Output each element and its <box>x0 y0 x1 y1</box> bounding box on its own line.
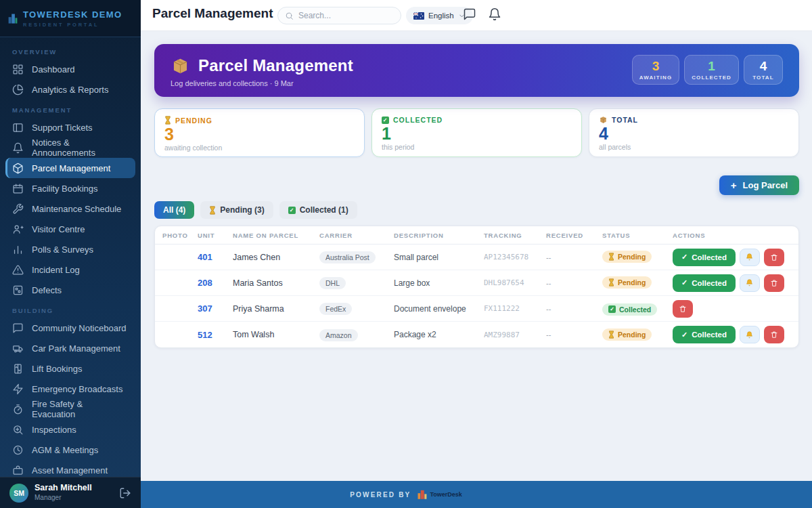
log-parcel-button[interactable]: Log Parcel <box>719 175 799 195</box>
plus-icon <box>731 179 737 191</box>
logout-icon[interactable] <box>119 487 131 499</box>
unit-link[interactable]: 208 <box>198 278 233 288</box>
sidebar-item-polls-surveys[interactable]: Polls & Surveys <box>5 239 135 259</box>
column-header-status: STATUS <box>602 232 673 239</box>
analytics-icon <box>12 83 24 96</box>
stat-value: 1 <box>382 125 572 143</box>
collected-chip-label: COLLECTED <box>692 75 731 81</box>
hourglass-icon <box>608 253 614 261</box>
mark-collected-button[interactable]: Collected <box>673 326 736 343</box>
sidebar-item-dashboard[interactable]: Dashboard <box>5 59 135 79</box>
status-badge: Pending <box>602 276 652 289</box>
sidebar-item-analytics-reports[interactable]: Analytics & Reports <box>5 79 135 100</box>
mark-collected-button[interactable]: Collected <box>673 249 736 266</box>
sidebar-item-fire-safety-evacuation[interactable]: Fire Safety & Evacuation <box>5 399 135 419</box>
sidebar-item-label: Support Tickets <box>32 123 93 133</box>
stat-value: 4 <box>599 125 789 143</box>
sidebar-item-support-tickets[interactable]: Support Tickets <box>5 117 135 137</box>
remind-button[interactable] <box>740 249 760 266</box>
unit-link[interactable]: 307 <box>198 303 233 314</box>
sidebar-item-defects[interactable]: Defects <box>5 280 135 300</box>
sidebar-item-label: Maintenance Schedule <box>32 204 121 214</box>
unit-link[interactable]: 401 <box>198 252 233 262</box>
search-input[interactable] <box>298 11 394 20</box>
hero-title: Parcel Management <box>198 56 353 75</box>
parcel-box-icon <box>599 116 608 124</box>
sidebar-item-label: Lift Bookings <box>32 364 82 374</box>
stat-label: PENDING <box>175 117 212 125</box>
hourglass-icon <box>209 206 216 215</box>
sidebar-item-agm-meetings[interactable]: AGM & Meetings <box>5 440 135 460</box>
tracking-number: FX111222 <box>484 304 546 313</box>
parcel-name: Maria Santos <box>233 278 319 288</box>
main-content: Parcel Management Log deliveries and col… <box>141 31 812 481</box>
stat-value: 3 <box>164 125 355 144</box>
tracking-number: DHL987654 <box>484 278 546 287</box>
defects-icon <box>12 284 24 296</box>
sidebar-item-car-park-management[interactable]: Car Park Management <box>5 338 135 358</box>
delete-button[interactable] <box>673 300 693 318</box>
column-header-received: RECEIVED <box>546 232 602 239</box>
table-row: 307 Priya Sharma FedEx Document envelope… <box>155 296 798 322</box>
notifications-icon[interactable] <box>488 7 503 22</box>
delete-button[interactable] <box>764 249 784 266</box>
sidebar-item-emergency-broadcasts[interactable]: Emergency Broadcasts <box>5 379 135 399</box>
sidebar-item-maintenance-schedule[interactable]: Maintenance Schedule <box>5 198 135 219</box>
filter-tab-collected[interactable]: Collected (1) <box>279 201 357 219</box>
sidebar-item-label: Incident Log <box>32 265 80 275</box>
sidebar-item-label: Community Noticeboard <box>32 323 126 333</box>
clock-icon <box>12 444 24 456</box>
sidebar-item-community-noticeboard[interactable]: Community Noticeboard <box>5 318 135 338</box>
footer-bar: POWERED BY TowerDesk <box>141 481 812 508</box>
wrench-icon <box>12 203 24 215</box>
messages-icon[interactable] <box>463 7 478 22</box>
sidebar-item-notices-announcements[interactable]: Notices & Announcements <box>5 137 135 158</box>
parcel-description: Document envelope <box>394 304 484 314</box>
check-icon <box>288 207 296 214</box>
nav-section-management: MANAGEMENT <box>5 105 135 116</box>
sidebar-item-lift-bookings[interactable]: Lift Bookings <box>5 358 135 379</box>
received-value: -- <box>546 279 602 287</box>
australia-flag-icon <box>413 12 424 20</box>
delete-button[interactable] <box>764 326 784 343</box>
page-title: Parcel Management <box>152 6 273 21</box>
filter-tab-pending[interactable]: Pending (3) <box>200 201 273 219</box>
awaiting-chip-value: 3 <box>639 59 672 73</box>
search-box[interactable] <box>277 7 401 24</box>
sidebar-item-inspections[interactable]: Inspections <box>5 419 135 440</box>
sidebar-item-label: Asset Management <box>32 465 108 475</box>
mark-collected-button[interactable]: Collected <box>673 274 736 292</box>
building-logo-icon <box>8 12 18 24</box>
sidebar-item-label: AGM & Meetings <box>32 445 98 455</box>
column-header-description: DESCRIPTION <box>394 232 484 239</box>
check-icon <box>681 278 687 287</box>
app-name: TOWERDESK DEMO <box>23 9 122 20</box>
sidebar: TOWERDESK DEMO RESIDENT PORTAL OVERVIEW … <box>0 0 141 508</box>
awaiting-chip: 3 AWAITING <box>632 55 679 85</box>
parcel-name: James Chen <box>233 253 319 262</box>
stat-card-pending: PENDING 3 awaiting collection <box>154 108 365 157</box>
trash-icon <box>770 253 778 261</box>
app-tagline: RESIDENT PORTAL <box>23 22 122 28</box>
remind-button[interactable] <box>740 274 760 292</box>
sidebar-item-label: Fire Safety & Evacuation <box>32 399 129 419</box>
tracking-number: AP12345678 <box>484 253 546 261</box>
parcel-description: Large box <box>394 278 484 288</box>
sidebar-item-label: Dashboard <box>32 64 75 75</box>
user-name: Sarah Mitchell <box>35 483 92 494</box>
filter-tab-all[interactable]: All (4) <box>154 201 194 219</box>
total-chip-value: 4 <box>751 59 775 73</box>
sidebar-item-visitor-centre[interactable]: Visitor Centre <box>5 219 135 239</box>
status-badge: Collected <box>602 303 657 316</box>
received-value: -- <box>546 305 602 313</box>
unit-link[interactable]: 512 <box>198 330 233 340</box>
delete-button[interactable] <box>764 274 784 292</box>
sidebar-item-facility-bookings[interactable]: Facility Bookings <box>5 178 135 198</box>
dashboard-icon <box>12 63 24 75</box>
table-row: 208 Maria Santos DHL Large box DHL987654… <box>155 270 798 296</box>
remind-button[interactable] <box>740 326 760 343</box>
sidebar-item-incident-log[interactable]: Incident Log <box>5 259 135 280</box>
stat-sub: this period <box>382 143 572 151</box>
sidebar-item-label: Facility Bookings <box>32 184 98 194</box>
sidebar-item-parcel-management[interactable]: Parcel Management <box>5 158 135 178</box>
